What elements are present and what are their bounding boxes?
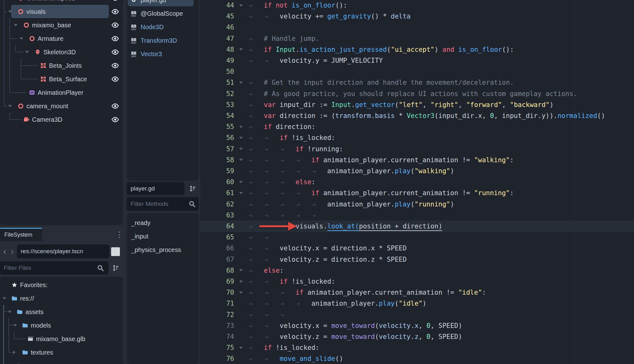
filesystem-row-models[interactable]: models [0, 318, 123, 332]
filesystem-row-favorites-[interactable]: Favorites: [0, 278, 123, 292]
code-line-72[interactable]: 72⇥⇥⇥ [200, 309, 634, 320]
scene-tree-row-collisionshape3d[interactable]: CollisionShape3D [0, 0, 123, 5]
fold-chevron-icon[interactable] [234, 192, 248, 194]
script-list-item--globalscope[interactable]: DOC@GlobalScope [127, 7, 199, 20]
fold-chevron-icon[interactable] [234, 82, 248, 84]
line-number: 74 [200, 333, 234, 340]
code-line-46[interactable]: 46 [200, 22, 634, 33]
code-line-73[interactable]: 73⇥⇥velocity.x = move_toward(velocity.x,… [200, 320, 634, 331]
code-line-48[interactable]: 48⇥if Input.is_action_just_pressed("ui_a… [200, 44, 634, 55]
code-line-54[interactable]: 54⇥var direction := (transform.basis * V… [200, 110, 634, 121]
sort-icon[interactable] [186, 184, 198, 193]
filesystem-row-textures[interactable]: textures [0, 345, 123, 359]
code-line-49[interactable]: 49⇥⇥velocity.y = JUMP_VELOCITY [200, 55, 634, 66]
method-list-item-physics_process[interactable]: _physics_process [127, 243, 199, 256]
expand-chevron-icon[interactable] [19, 37, 23, 40]
code-line-69[interactable]: 69⇥⇥if !is_locked: [200, 276, 634, 287]
code-line-75[interactable]: 75⇥if !is_locked: [200, 342, 634, 353]
script-list-item-node3d[interactable]: DOCNode3D [127, 20, 199, 34]
visibility-toggle-eye-icon[interactable] [111, 75, 119, 83]
method-list-item-ready[interactable]: _ready [127, 216, 199, 229]
nav-forward-icon[interactable]: › [11, 244, 14, 258]
filesystem-row-assets[interactable]: assets [0, 305, 123, 318]
fold-chevron-icon[interactable] [234, 137, 248, 139]
expand-chevron-icon[interactable] [25, 51, 29, 53]
expand-chevron-icon[interactable] [14, 24, 18, 26]
code-line-70[interactable]: 70⇥⇥⇥if animation_player.current_animati… [200, 287, 634, 298]
visibility-toggle-eye-icon[interactable] [111, 62, 119, 70]
fold-chevron-icon[interactable] [234, 4, 248, 7]
fold-chevron-icon[interactable] [234, 48, 248, 51]
filter-files-input[interactable]: Filter Files [0, 261, 109, 275]
line-number: 67 [200, 256, 234, 263]
nav-back-icon[interactable]: ‹ [3, 244, 6, 258]
code-line-57[interactable]: 57⇥⇥⇥if !running: [200, 143, 634, 155]
fold-chevron-icon[interactable] [234, 269, 248, 271]
code-line-53[interactable]: 53⇥var input_dir := Input.get_vector("le… [200, 99, 634, 110]
filesystem-tab[interactable]: FileSystem [0, 228, 42, 241]
code-line-62[interactable]: 62⇥⇥⇥⇥⇥animation_player.play("running") [200, 199, 634, 210]
expand-chevron-icon[interactable] [3, 297, 6, 299]
visibility-toggle-eye-icon[interactable] [111, 8, 119, 16]
visibility-toggle-eye-icon[interactable] [111, 35, 119, 43]
fold-chevron-icon[interactable] [234, 181, 248, 183]
code-line-50[interactable]: 50 [200, 66, 634, 77]
code-editor[interactable]: 44⇥if not is_on_floor():45⇥⇥velocity += … [200, 0, 634, 364]
code-line-58[interactable]: 58⇥⇥⇥⇥if animation_player.current_animat… [200, 154, 634, 166]
fold-chevron-icon[interactable] [234, 347, 248, 349]
expand-chevron-icon[interactable] [8, 10, 12, 13]
tree-guide [9, 18, 10, 93]
toggle-split-button[interactable] [111, 247, 120, 256]
code-line-51[interactable]: 51⇥# Get the input direction and handle … [200, 77, 634, 88]
panel-menu-icon[interactable]: ⋮ [116, 230, 123, 239]
expand-chevron-icon[interactable] [8, 105, 12, 107]
code-line-52[interactable]: 52⇥# As good practice, you should replac… [200, 88, 634, 99]
visibility-toggle-eye-icon[interactable] [111, 102, 119, 110]
code-line-66[interactable]: 66⇥⇥velocity.x = direction.x * SPEED [200, 243, 634, 254]
code-line-59[interactable]: 59⇥⇥⇥⇥⇥animation_player.play("walking") [200, 165, 634, 177]
fold-chevron-icon[interactable] [234, 126, 248, 128]
code-line-74[interactable]: 74⇥⇥velocity.z = move_toward(velocity.z,… [200, 331, 634, 342]
code-line-65[interactable]: 65⇥⇥ [200, 232, 634, 243]
code-line-61[interactable]: 61⇥⇥⇥⇥if animation_player.current_animat… [200, 187, 634, 199]
scene-tree-row-camera_mount[interactable]: camera_mount [0, 99, 123, 113]
method-list-item-input[interactable]: _input [127, 229, 199, 243]
code-text: ⇥# As good practice, you should replace … [248, 90, 577, 98]
code-line-56[interactable]: 56⇥⇥if !is_locked: [200, 132, 634, 143]
code-line-76[interactable]: 76⇥⇥move_and_slide() [200, 353, 634, 364]
code-line-60[interactable]: 60⇥⇥⇥else: [200, 176, 634, 188]
scene-tree-row-mixamo_base[interactable]: mixamo_base [0, 18, 123, 32]
fold-chevron-icon[interactable] [234, 148, 248, 150]
code-line-68[interactable]: 68⇥else: [200, 265, 634, 276]
script-list-item-player.gd[interactable]: player.gd [127, 0, 199, 7]
scene-tree-row-beta_surface[interactable]: Beta_Surface [0, 72, 123, 86]
visibility-toggle-eye-icon[interactable] [111, 115, 119, 124]
sort-icon[interactable] [110, 264, 121, 272]
code-line-47[interactable]: 47⇥# Handle jump. [200, 33, 634, 44]
code-line-67[interactable]: 67⇥⇥velocity.z = direction.z * SPEED [200, 254, 634, 265]
fold-chevron-icon[interactable] [234, 159, 248, 161]
code-line-63[interactable]: 63⇥⇥⇥⇥⇥ [200, 210, 634, 221]
visibility-toggle-eye-icon[interactable] [111, 21, 119, 29]
scene-tree-row-visuals[interactable]: visuals [0, 5, 123, 18]
scene-tree-row-armature[interactable]: Armature [0, 32, 123, 45]
visibility-toggle-eye-icon[interactable] [111, 0, 119, 2]
fold-chevron-icon[interactable] [234, 281, 248, 283]
filesystem-row-res-[interactable]: res:// [0, 292, 123, 305]
fold-chevron-icon[interactable] [234, 292, 248, 294]
script-list-item-transform3d[interactable]: DOCTransform3D [127, 34, 199, 47]
script-name-filter-input[interactable]: player.gd [127, 182, 185, 195]
script-list-item-vector3[interactable]: DOCVector3 [127, 47, 199, 61]
visibility-toggle-eye-icon[interactable] [111, 48, 119, 56]
filesystem-row-folder[interactable] [0, 359, 123, 364]
scene-tree-row-beta_joints[interactable]: Beta_Joints [0, 59, 123, 72]
code-line-55[interactable]: 55⇥if direction: [200, 121, 634, 132]
code-line-71[interactable]: 71⇥⇥⇥⇥animation_player.play("idle") [200, 298, 634, 309]
filesystem-tab-label: FileSystem [4, 232, 32, 238]
expand-chevron-icon[interactable] [13, 324, 17, 326]
expand-chevron-icon[interactable] [8, 311, 12, 313]
path-breadcrumb[interactable]: res://scenes/player.tscn [17, 244, 109, 258]
code-line-44[interactable]: 44⇥if not is_on_floor(): [200, 0, 634, 11]
expand-chevron-icon[interactable] [13, 351, 15, 354]
code-line-45[interactable]: 45⇥⇥velocity += get_gravity() * delta [200, 11, 634, 22]
